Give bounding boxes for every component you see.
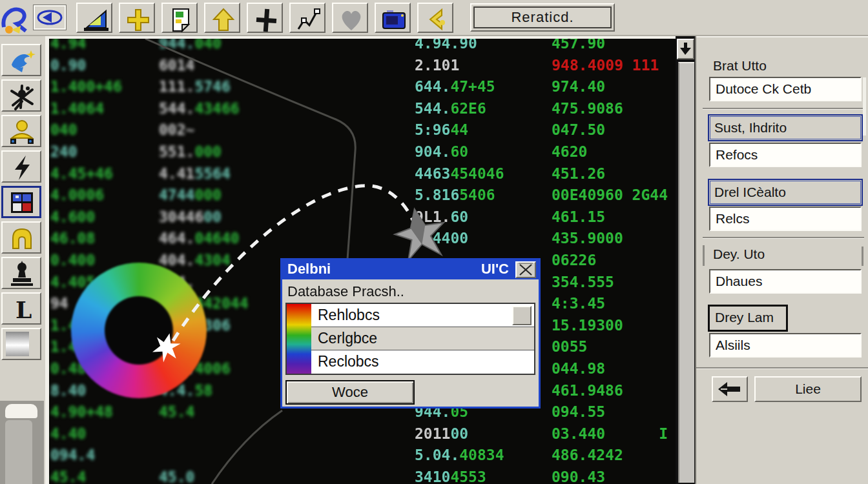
heart-icon (336, 6, 367, 33)
panel-list-button[interactable]: Liee (754, 376, 862, 402)
bird-tool-button[interactable] (1, 44, 41, 76)
panel-field-button-4[interactable]: Drel ICèalto (708, 179, 863, 206)
lightning-tool-button[interactable] (1, 150, 41, 183)
left-scroll-track[interactable] (0, 401, 44, 484)
bird-icon (6, 46, 37, 75)
letter-l-tool-button[interactable]: L (1, 292, 41, 325)
bracket-mark (703, 245, 705, 266)
divider (696, 367, 868, 369)
page-icon (165, 6, 196, 33)
panel-input-3[interactable]: Refocs (709, 143, 862, 167)
panel-back-button[interactable] (712, 376, 748, 402)
splat-tool-button[interactable] (1, 79, 41, 112)
right-panel: Brat Utto Dutoce Ck Cetb Sust, Ihdrito R… (695, 36, 868, 484)
arrow-up-icon (208, 6, 239, 33)
close-icon (517, 263, 535, 277)
panel-input-8[interactable]: Alsiils (709, 333, 862, 358)
triangle-ruler-button[interactable] (76, 3, 112, 33)
dialog-titlebar[interactable]: Delbni UI'C (282, 260, 539, 279)
person-network-icon (6, 117, 37, 146)
stamp-tool-button[interactable] (1, 257, 41, 289)
cross-black-icon (251, 6, 282, 33)
left-arrow-icon (717, 379, 743, 399)
panel-input-1[interactable]: Dutoce Ck Cetb (709, 77, 862, 101)
top-toolbar: Reraticd. (0, 0, 868, 36)
triangle-ruler-icon (80, 6, 111, 33)
left-toolbar: L (0, 36, 46, 484)
rainbow-swatch-column (287, 304, 311, 374)
dialog-title-right: UI'C (481, 261, 509, 277)
database-dialog: Delbni UI'C Database Pracsh.. Rehlobcs C… (280, 258, 541, 408)
divider (703, 108, 864, 110)
divider (703, 237, 864, 239)
scroll-arrow-button[interactable] (677, 39, 694, 59)
stamp-icon (6, 259, 37, 288)
favorite-button[interactable] (332, 3, 368, 33)
main-scrollbar[interactable] (676, 36, 695, 484)
dialog-list[interactable]: Rehlobcs Cerlgbce Reclobcs (285, 303, 535, 375)
eye-button[interactable] (34, 5, 66, 30)
chevron-left-icon (421, 6, 452, 33)
panel-field-button-2[interactable]: Sust, Ihdrito (708, 114, 863, 141)
toolbar-combo-label: Reraticd. (473, 6, 612, 28)
splat-icon (6, 82, 37, 110)
edge-mark (863, 77, 866, 136)
svg-text:L: L (16, 296, 32, 323)
bracket-mark (862, 247, 863, 266)
dialog-subtitle: Database Pracsh.. (287, 283, 404, 300)
app-logo-icon (1, 4, 32, 34)
chart-zigzag-icon (293, 6, 324, 33)
scroll-arrow-icon (678, 40, 693, 58)
gradient-square-icon (6, 332, 29, 356)
panel-button-7[interactable]: Drey Lam (708, 305, 788, 332)
panel-input-6[interactable]: Dhaues (709, 269, 862, 294)
panel-label-1: Brat Utto (713, 58, 767, 74)
back-nav-button[interactable] (417, 3, 453, 33)
arch-tool-button[interactable] (1, 221, 41, 254)
star-cursor-icon[interactable] (391, 204, 451, 264)
eye-icon (35, 6, 65, 28)
plus-yellow-icon (123, 6, 154, 33)
up-button[interactable] (204, 3, 240, 33)
left-scroll-inner (5, 420, 32, 484)
person-tool-button[interactable] (1, 115, 41, 147)
left-scroll-thumb[interactable] (5, 404, 37, 418)
camera-button[interactable] (375, 3, 411, 33)
scrollbar-thumb[interactable] (678, 62, 694, 483)
close-button[interactable] (515, 261, 536, 278)
list-item[interactable]: Reclobcs (311, 350, 534, 374)
panel-label-2: Dey. Uto (713, 247, 765, 262)
list-scroll-button[interactable] (512, 306, 532, 325)
toolbar-combo[interactable]: Reraticd. (470, 3, 615, 32)
list-item[interactable]: Cerlgbce (311, 327, 534, 350)
grid-tool-button-selected[interactable] (1, 186, 41, 218)
letter-L-icon: L (6, 295, 37, 323)
dialog-action-button[interactable]: Woce (285, 380, 415, 405)
lightning-icon (6, 153, 37, 181)
list-item[interactable]: Rehlobcs (311, 304, 534, 327)
camera-icon (378, 6, 409, 33)
grid-color-icon (6, 188, 37, 217)
arch-yellow-icon (6, 224, 37, 252)
dialog-title: Delbni (287, 261, 331, 277)
cross-button[interactable] (247, 3, 283, 33)
new-page-button[interactable] (161, 3, 198, 33)
chart-button[interactable] (289, 3, 326, 33)
gradient-tool-button[interactable] (1, 328, 41, 360)
panel-input-5[interactable]: Relcs (709, 207, 862, 231)
add-button[interactable] (119, 3, 155, 33)
